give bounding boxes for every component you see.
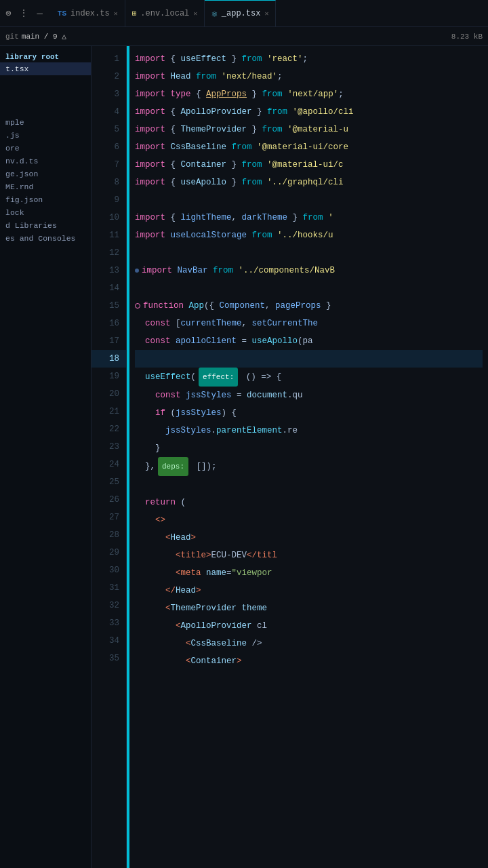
keyword: const [145,332,171,350]
plain [135,582,165,599]
jsx-component: ThemeProvider [171,599,237,617]
plain [135,652,186,670]
code-line-5: import { ThemeProvider } from '@material… [135,121,483,138]
close-icon[interactable]: ✕ [114,9,118,18]
keyword: import [135,50,165,68]
keyword-from: from [262,85,283,103]
plain: { [165,209,181,226]
sidebar-item-figjson[interactable]: fig.json [0,193,91,206]
line-num-22: 22 [92,420,126,438]
keyword-from: from [213,262,233,279]
code-editor[interactable]: 1 2 3 4 5 6 7 8 9 10 11 12 13 14 15 16 1… [92,46,488,868]
plain: } [135,439,161,457]
keyword: import [142,262,172,279]
line-num-4: 4 [92,103,126,121]
identifier: currentTheme [181,315,242,332]
plain: } [247,121,262,138]
line-num-12: 12 [92,244,126,262]
plain [135,635,186,652]
tab-env-local[interactable]: ⊞ .env.local ✕ [125,0,205,26]
plain: ( [191,368,197,386]
plain [165,138,171,156]
jsx-component: Head [171,529,191,547]
string: '@material-ui/core [257,138,348,156]
plain: { [165,50,181,68]
sidebar-item-libraries[interactable]: d Libraries [0,219,91,232]
code-content[interactable]: import { useEffect } from 'react' ; impo… [129,46,488,868]
plain [135,547,176,564]
identifier: ApolloProvider [181,103,252,121]
string: '@material-u [287,121,348,138]
sidebar-item-mple[interactable]: mple [0,116,91,129]
tab-group: TS index.ts ✕ ⊞ .env.local ✕ ⚛ _app.tsx … [51,0,277,26]
identifier: useEffect [181,50,227,68]
code-line-10: import { lightTheme , darkTheme } from ' [135,209,483,226]
plain [226,138,232,156]
plain: ; [303,50,308,68]
jsx-head-close: > [191,529,197,547]
code-line-2: import Head from 'next/head' ; [135,68,483,85]
code-line-11: import useLocalStorage from '../hooks/u [135,226,483,244]
tab-app-tsx[interactable]: ⚛ _app.tsx ✕ [205,0,276,26]
close-icon[interactable]: ✕ [193,9,197,18]
plain: , [242,315,252,332]
sidebar-item-t-tsx[interactable]: t.tsx [0,62,91,75]
plain: ( [176,494,186,511]
jsx-container-open: < [186,652,191,670]
line-num-18: 18 [92,350,126,368]
plain: } [226,50,242,68]
jsx-title-close: </titl [247,547,277,564]
line-num-13: 13 [92,262,126,279]
plain: ; [277,68,283,85]
plain [135,387,155,404]
plain: ; [338,85,344,103]
identifier-appprops: AppProps [206,85,247,103]
tab-index-ts[interactable]: TS index.ts ✕ [51,0,125,26]
identifier: pageProps [275,297,321,315]
sidebar-item-js[interactable]: .js [0,129,91,142]
jsx-themeprovider-open: < [165,599,171,617]
code-line-29: <title> ECU-DEV </titl [135,547,483,564]
jsx-fragment: <> [155,511,165,529]
sidebar-item-mernd[interactable]: ME.rnd [0,180,91,193]
line-num-5: 5 [92,121,126,138]
menu-icon[interactable]: ⋮ [19,7,28,19]
line-num-28: 28 [92,526,126,544]
code-line-7: import { Container } from '@material-ui/… [135,156,483,174]
plain: [ [171,315,181,332]
close-icon[interactable]: ✕ [264,9,268,18]
jsx-container-bracket: > [237,652,242,670]
code-line-23: } [135,439,483,457]
plain [201,564,207,582]
jsx-component: Container [191,652,237,670]
plain: .qu [287,387,303,404]
jsx-attr-value: "viewpor [232,564,272,582]
identifier: jssStyles [186,387,232,404]
jsx-component: Head [176,582,196,599]
title-bar: ⊗ ⋮ — TS index.ts ✕ ⊞ .env.local ✕ ⚛ _ap… [0,0,488,27]
jsx-component: ApolloProvider [181,617,252,635]
plain: , [265,297,275,315]
sidebar-item-nvdts[interactable]: nv.d.ts [0,155,91,167]
code-line-13: import NavBar from '../components/NavB [135,262,483,279]
sidebar-item-gejson[interactable]: ge.json [0,167,91,180]
string: 'next/head' [222,68,278,85]
code-line-35: < Container > [135,652,483,670]
code-line-15: function App ({ Component , pageProps } [135,297,483,315]
main-layout: library root t.tsx mple .js ore nv.d.ts … [0,46,488,868]
line-num-7: 7 [92,156,126,174]
tab-label: .env.local [140,9,189,18]
minimize-icon[interactable]: — [37,8,42,19]
code-line-28: < Head > [135,529,483,547]
keyword-from: from [242,174,262,191]
sidebar-item-ore[interactable]: ore [0,142,91,155]
string: '../components/NavB [239,262,336,279]
line-num-10: 10 [92,209,126,226]
sidebar-item-consoles[interactable]: es and Consoles [0,232,91,245]
code-line-27: <> [135,511,483,529]
plain [216,68,222,85]
plain: = [232,387,247,404]
sidebar-item-lock[interactable]: lock [0,206,91,219]
string: '@material-ui/c [267,156,344,174]
plain: { [191,85,207,103]
